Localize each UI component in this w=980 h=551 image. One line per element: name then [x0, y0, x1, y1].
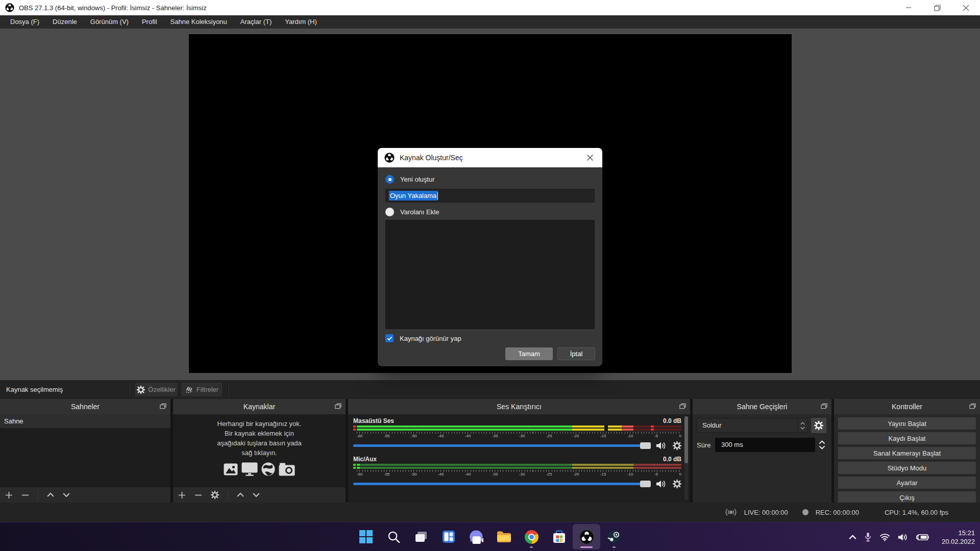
obs-taskbar-button[interactable]	[573, 524, 600, 549]
search-icon	[387, 531, 400, 543]
controls-dock-header[interactable]: Kontroller	[834, 399, 980, 414]
studio-mode-button[interactable]: Stüdyo Modu	[838, 462, 976, 474]
move-scene-up-button[interactable]	[47, 492, 54, 497]
properties-button[interactable]: Özellikler	[135, 383, 178, 396]
scenes-dock-header[interactable]: Sahneler	[0, 399, 170, 414]
tray-microphone-icon[interactable]	[864, 532, 872, 542]
menu-item-sahne-koleksiyonu[interactable]: Sahne Koleksiyonu	[164, 15, 234, 29]
mixer-dock-header[interactable]: Ses Karıştırıcı	[348, 399, 690, 414]
microsoft-store-button[interactable]	[545, 524, 573, 549]
db-scale-label: -5	[654, 472, 658, 477]
dialog-close-button[interactable]	[584, 152, 596, 164]
widgets-icon	[442, 530, 455, 543]
steam-button[interactable]	[600, 524, 628, 549]
taskbar-clock[interactable]: 15:21 20.02.2022	[942, 529, 975, 546]
radio-selected-icon[interactable]	[385, 175, 394, 184]
mixer-scrollbar[interactable]	[684, 416, 688, 500]
sources-empty-state[interactable]: Herhangi bir kaynağınız yok. Bir kaynak …	[173, 414, 346, 487]
move-source-down-button[interactable]	[253, 492, 260, 497]
move-scene-down-button[interactable]	[63, 492, 70, 497]
start-button[interactable]	[352, 524, 380, 549]
desktop-volume-slider[interactable]	[353, 444, 650, 447]
dock-popout-icon[interactable]	[821, 403, 827, 409]
add-existing-option[interactable]: Varolanı Ekle	[385, 208, 439, 216]
start-streaming-button[interactable]: Yayını Başlat	[838, 417, 976, 430]
dock-popout-icon[interactable]	[160, 403, 166, 409]
start-virtual-camera-button[interactable]: Sanal Kamerayı Başlat	[838, 447, 976, 459]
tray-chevron-up-icon[interactable]	[849, 535, 856, 540]
mute-speaker-icon[interactable]	[656, 441, 667, 450]
add-scene-button[interactable]	[5, 491, 13, 499]
dock-popout-icon[interactable]	[679, 403, 686, 409]
scene-list-item[interactable]: Sahne	[0, 414, 170, 428]
menu-item-profil[interactable]: Profil	[135, 15, 164, 29]
file-explorer-button[interactable]	[490, 524, 518, 549]
menu-item-araclar[interactable]: Araçlar (T)	[234, 15, 278, 29]
settings-button[interactable]: Ayarlar	[838, 477, 976, 489]
make-visible-option[interactable]: Kaynağı görünür yap	[385, 334, 461, 342]
widgets-button[interactable]	[435, 524, 462, 549]
checkbox-checked-icon[interactable]	[385, 334, 394, 342]
menu-item-yardim[interactable]: Yardım (H)	[278, 15, 324, 29]
transition-select-spinner[interactable]	[797, 419, 807, 432]
chat-button[interactable]	[462, 524, 490, 549]
radio-unselected-icon[interactable]	[385, 208, 394, 216]
browser-source-icon	[261, 462, 275, 476]
create-new-option[interactable]: Yeni oluştur	[385, 175, 434, 184]
start-recording-button[interactable]: Kaydı Başlat	[838, 432, 976, 444]
db-scale-label: -15	[600, 434, 606, 439]
task-view-button[interactable]	[407, 524, 435, 549]
transition-settings-button[interactable]	[811, 418, 826, 433]
duration-spinner[interactable]	[816, 440, 827, 449]
tray-volume-icon[interactable]	[898, 533, 909, 541]
cancel-button[interactable]: İptal	[557, 347, 595, 360]
filters-button[interactable]: Filtreler	[181, 383, 222, 396]
menu-item-dosya[interactable]: Dosya (F)	[4, 15, 46, 29]
obs-logo-icon	[384, 153, 395, 163]
close-button[interactable]	[951, 0, 980, 15]
add-source-button[interactable]	[178, 491, 186, 499]
tray-wifi-icon[interactable]	[879, 533, 890, 541]
taskbar-search-button[interactable]	[380, 524, 407, 549]
slider-handle[interactable]	[640, 442, 651, 449]
dock-popout-icon[interactable]	[335, 403, 341, 409]
transitions-dock-header[interactable]: Sahne Geçişleri	[693, 399, 831, 414]
properties-label: Özellikler	[148, 386, 175, 393]
live-time: LIVE: 00:00:00	[744, 509, 788, 516]
remove-scene-button[interactable]	[21, 491, 29, 499]
sources-dock-header[interactable]: Kaynaklar	[173, 399, 346, 414]
db-scale-label: -55	[384, 472, 390, 477]
minimize-button[interactable]	[894, 0, 923, 15]
sources-toolbar	[173, 487, 346, 503]
exit-button[interactable]: Çıkış	[838, 491, 976, 504]
transition-select[interactable]: Soldur	[697, 418, 808, 433]
chevron-up-icon	[800, 422, 805, 425]
channel-settings-gear-icon[interactable]	[673, 480, 681, 488]
db-scale-label: -10	[627, 434, 633, 439]
slider-handle[interactable]	[640, 481, 651, 487]
gear-icon	[137, 386, 145, 394]
mute-speaker-icon[interactable]	[656, 480, 667, 488]
menu-item-gorunum[interactable]: Görünüm (V)	[84, 15, 135, 29]
make-visible-label: Kaynağı görünür yap	[400, 335, 461, 342]
ok-button[interactable]: Tamam	[505, 347, 553, 360]
window-titlebar: OBS 27.1.3 (64-bit, windows) - Profil: İ…	[0, 0, 980, 15]
existing-sources-list[interactable]	[385, 220, 595, 329]
source-properties-gear-icon[interactable]	[211, 491, 219, 499]
chrome-button[interactable]	[518, 524, 545, 549]
channel-settings-gear-icon[interactable]	[673, 441, 681, 450]
restore-button[interactable]	[923, 0, 951, 15]
remove-source-button[interactable]	[194, 491, 202, 499]
tray-battery-icon[interactable]	[916, 534, 929, 541]
mic-volume-slider[interactable]	[353, 483, 650, 485]
dock-popout-icon[interactable]	[969, 403, 976, 409]
channel-db-value: 0.0 dB	[663, 417, 681, 425]
source-name-input[interactable]: Oyun Yakalama	[385, 189, 595, 203]
db-scale-label: -50	[411, 434, 417, 439]
scrollbar-thumb[interactable]	[684, 416, 688, 463]
source-selection-bar: Kaynak seçilmemiş Özellikler Filtreler	[0, 380, 980, 399]
db-scale-label: -40	[465, 434, 471, 439]
menu-item-duzenle[interactable]: Düzenle	[46, 15, 84, 29]
move-source-up-button[interactable]	[237, 492, 244, 497]
duration-input[interactable]: 300 ms	[715, 438, 815, 452]
